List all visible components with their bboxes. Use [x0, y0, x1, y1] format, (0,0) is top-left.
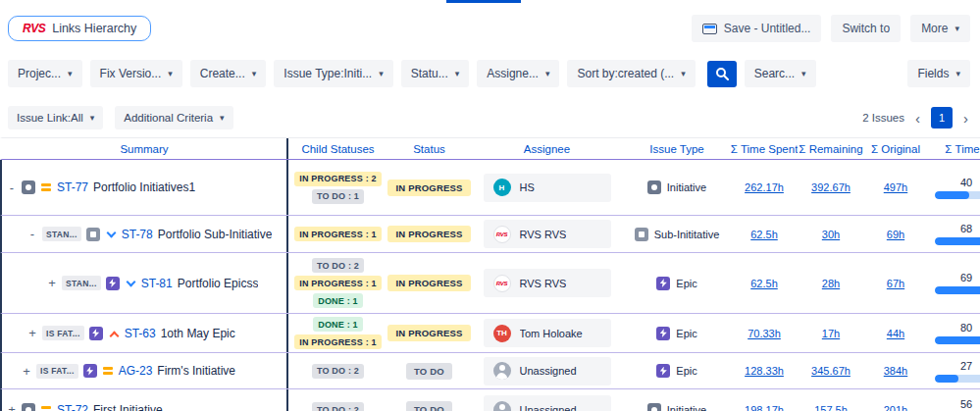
- additional-criteria-button[interactable]: Additional Criteria ▾: [115, 106, 232, 129]
- assignee-select[interactable]: Unassigned: [484, 395, 611, 411]
- column-header-time-spent[interactable]: Σ Time Spent: [731, 138, 798, 159]
- priority-medium-icon: [40, 404, 52, 411]
- progress-percent: 80: [935, 322, 972, 334]
- column-header-time-estimate[interactable]: Σ Time Estimate: [927, 138, 980, 159]
- link-type-badge[interactable]: IS FAT...: [42, 326, 84, 340]
- original-link[interactable]: 201h: [884, 404, 907, 411]
- filter-chip-project[interactable]: Projec... ▾: [8, 60, 82, 87]
- epic-type-icon: [656, 364, 670, 378]
- time-spent-link[interactable]: 198.17h: [745, 404, 784, 411]
- filter-chip-issue-type[interactable]: Issue Type:Initi... ▾: [274, 60, 392, 87]
- prev-page-icon[interactable]: ‹: [913, 111, 922, 126]
- assignee-select[interactable]: H HS: [484, 174, 611, 202]
- assignee-select[interactable]: Unassigned: [484, 357, 611, 385]
- filter-chip-assignee[interactable]: Assigne... ▾: [477, 60, 559, 87]
- filter-chip-search[interactable]: Searc... ▾: [745, 60, 816, 87]
- column-header-status[interactable]: Status: [387, 138, 471, 159]
- more-button[interactable]: More ▾: [910, 15, 970, 42]
- remaining-link[interactable]: 28h: [822, 278, 840, 289]
- issue-summary[interactable]: 1oth May Epic: [161, 327, 235, 340]
- fields-button[interactable]: Fields ▾: [907, 60, 970, 87]
- issue-link-filter[interactable]: Issue Link:All ▾: [8, 106, 103, 129]
- rvs-logo: RVS: [23, 22, 45, 35]
- issue-summary[interactable]: Portfolio Sub-Initiative: [158, 228, 273, 241]
- column-header-issue-type[interactable]: Issue Type: [623, 138, 731, 159]
- time-spent-cell: 128.33h: [731, 353, 798, 388]
- expand-toggle[interactable]: -: [7, 180, 17, 195]
- avatar: RVS: [493, 275, 511, 292]
- link-type-badge[interactable]: STAN...: [42, 227, 81, 241]
- issue-type-label: Epic: [676, 365, 696, 377]
- app-button[interactable]: RVS Links Hierarchy: [8, 16, 151, 41]
- progress-cell: 68: [927, 216, 980, 252]
- unassigned-avatar: [493, 401, 511, 411]
- expand-toggle[interactable]: -: [27, 227, 37, 241]
- time-spent-link[interactable]: 70.33h: [748, 328, 781, 339]
- next-page-icon[interactable]: ›: [961, 111, 970, 126]
- link-type-badge[interactable]: STAN...: [62, 276, 101, 290]
- issue-key-link[interactable]: ST-77: [57, 180, 88, 194]
- assignee-select[interactable]: TH Tom Holoake: [484, 319, 611, 347]
- time-spent-cell: 198.17h: [731, 389, 798, 411]
- original-cell: 69h: [864, 216, 927, 252]
- time-spent-link[interactable]: 62.5h: [750, 229, 778, 240]
- issue-summary[interactable]: Portfolio Initiatives1: [93, 180, 195, 194]
- indent: [7, 283, 42, 283]
- remaining-cell: 345.67h: [798, 353, 864, 388]
- expand-toggle[interactable]: +: [47, 276, 57, 290]
- issue-key-link[interactable]: ST-81: [141, 277, 173, 290]
- issue-summary[interactable]: Portfolio Epicss: [178, 277, 259, 290]
- column-header-assignee[interactable]: Assignee: [471, 138, 623, 159]
- progress-cell: 56: [927, 389, 980, 411]
- filter-chip-created[interactable]: Create... ▾: [190, 60, 267, 87]
- original-link[interactable]: 69h: [887, 229, 904, 240]
- chevron-down-icon: ▾: [379, 70, 384, 78]
- expand-toggle[interactable]: +: [27, 326, 37, 340]
- filter-chip-status[interactable]: Statu... ▾: [401, 60, 470, 87]
- expand-toggle[interactable]: +: [22, 364, 31, 379]
- time-spent-link[interactable]: 128.33h: [745, 365, 784, 377]
- chevron-down-icon: ▾: [168, 70, 173, 78]
- column-header-original[interactable]: Σ Original: [864, 138, 927, 159]
- search-button[interactable]: [707, 61, 737, 87]
- column-header-summary[interactable]: Summary: [2, 138, 288, 159]
- save-icon: [702, 24, 717, 34]
- original-link[interactable]: 384h: [884, 365, 907, 377]
- issue-key-link[interactable]: ST-78: [122, 228, 153, 241]
- chevron-down-icon: ▾: [681, 70, 686, 78]
- assignee-select[interactable]: RVS RVS RVS: [484, 269, 611, 297]
- time-spent-link[interactable]: 262.17h: [745, 181, 784, 193]
- progress-percent: 68: [935, 223, 972, 234]
- status-badge: TO DO: [406, 363, 452, 380]
- child-statuses-cell: IN PROGRESS : 1: [288, 216, 387, 252]
- original-link[interactable]: 497h: [884, 181, 907, 193]
- page-number[interactable]: 1: [931, 107, 953, 128]
- column-header-remaining[interactable]: Σ Remaining: [798, 138, 864, 159]
- assignee-select[interactable]: RVS RVS RVS: [484, 220, 611, 248]
- filter-chip-fix-version[interactable]: Fix Versio... ▾: [90, 60, 182, 87]
- filter-chip-sort-by[interactable]: Sort by:created (... ▾: [567, 60, 695, 87]
- expand-toggle[interactable]: +: [7, 402, 17, 411]
- table-row: + ST-72 First Initiative TO DO : 2 TO DO…: [0, 389, 980, 411]
- remaining-link[interactable]: 17h: [822, 328, 840, 339]
- remaining-cell: 392.67h: [798, 160, 864, 215]
- issue-summary[interactable]: First Initiative: [93, 403, 163, 411]
- progress-bar-fill: [935, 336, 980, 344]
- remaining-link[interactable]: 345.67h: [811, 365, 851, 377]
- issue-type-cell: Initiative: [623, 389, 731, 411]
- switch-to-button[interactable]: Switch to: [831, 15, 901, 42]
- column-header-child-statuses[interactable]: Child Statuses: [288, 138, 387, 159]
- original-link[interactable]: 44h: [887, 328, 904, 339]
- status-badge: IN PROGRESS: [387, 180, 470, 196]
- issue-key-link[interactable]: AG-23: [119, 364, 153, 378]
- save-button[interactable]: Save - Untitled...: [692, 15, 822, 42]
- link-type-badge[interactable]: IS FAT...: [36, 364, 78, 379]
- issue-key-link[interactable]: ST-72: [57, 403, 88, 411]
- issue-summary[interactable]: Firm's Initiative: [157, 364, 235, 378]
- original-link[interactable]: 67h: [887, 278, 904, 289]
- remaining-link[interactable]: 30h: [822, 229, 840, 240]
- time-spent-link[interactable]: 62.5h: [750, 278, 778, 289]
- remaining-link[interactable]: 157.5h: [814, 404, 848, 411]
- issue-key-link[interactable]: ST-63: [125, 327, 156, 340]
- remaining-link[interactable]: 392.67h: [811, 181, 851, 193]
